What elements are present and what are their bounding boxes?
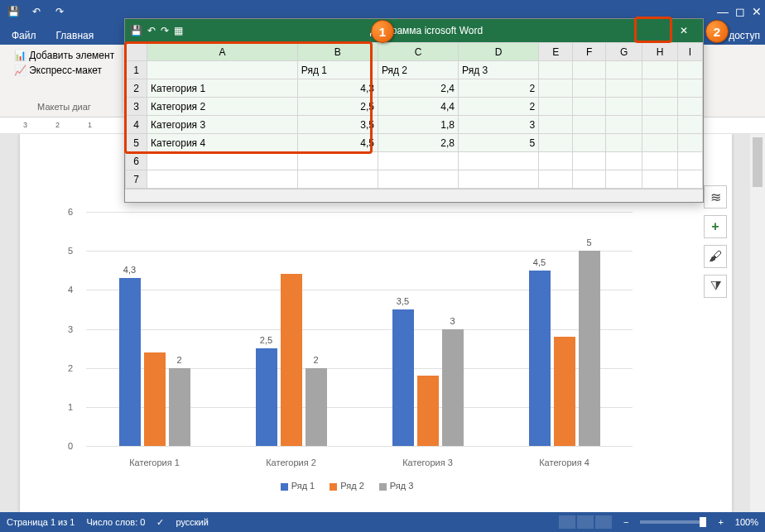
cell[interactable]: Категория 3 bbox=[147, 116, 298, 134]
chart-object[interactable]: Название диаграммы 01234564,322,523,534,… bbox=[53, 187, 641, 496]
cell[interactable] bbox=[147, 61, 298, 79]
excel-horizontal-scrollbar[interactable] bbox=[125, 189, 703, 202]
col-header[interactable]: G bbox=[605, 43, 642, 61]
cell[interactable]: 2,4 bbox=[378, 79, 458, 98]
chart-style-button[interactable]: 🖌 bbox=[704, 245, 727, 268]
excel-undo-icon[interactable]: ↶ bbox=[147, 25, 156, 36]
cell[interactable]: 1,8 bbox=[378, 116, 458, 134]
cell[interactable]: 4,3 bbox=[297, 79, 378, 98]
excel-window-title: Диаграмма icrosoft Word bbox=[183, 25, 670, 36]
col-header[interactable]: A bbox=[147, 43, 298, 61]
chart-bar[interactable]: 2 bbox=[306, 368, 327, 446]
chart-bar[interactable] bbox=[554, 337, 575, 446]
y-tick-label: 6 bbox=[68, 207, 73, 217]
status-word-count[interactable]: Число слов: 0 bbox=[86, 517, 145, 527]
zoom-slider[interactable] bbox=[640, 520, 706, 524]
chart-add-element-button[interactable]: + bbox=[704, 215, 727, 238]
chart-data-editor: 💾 ↶ ↷ ▦ Диаграмма icrosoft Word ✕ ABCDEF… bbox=[124, 18, 704, 203]
view-mode-buttons[interactable] bbox=[559, 515, 612, 529]
chart-bar[interactable]: 2,5 bbox=[256, 348, 277, 446]
cell[interactable]: Ряд 2 bbox=[378, 61, 458, 79]
y-tick-label: 2 bbox=[68, 363, 73, 373]
chart-filter-button[interactable]: ⧩ bbox=[704, 275, 727, 298]
tab-home[interactable]: Главная bbox=[51, 26, 99, 45]
chart-x-labels: Категория 1Категория 2Категория 3Категор… bbox=[86, 458, 633, 467]
col-header[interactable]: B bbox=[297, 43, 378, 61]
y-tick-label: 3 bbox=[68, 324, 73, 334]
chart-bar[interactable]: 4,5 bbox=[529, 271, 551, 446]
cell[interactable]: 3 bbox=[459, 116, 539, 134]
chart-bar[interactable]: 5 bbox=[579, 251, 600, 446]
chart-bar[interactable] bbox=[417, 376, 439, 446]
callout-badge-1: 1 bbox=[371, 20, 394, 43]
cell[interactable]: 2,8 bbox=[378, 134, 458, 152]
chart-bar[interactable]: 4,3 bbox=[119, 278, 141, 446]
x-tick-label: Категория 2 bbox=[223, 458, 359, 467]
status-page[interactable]: Страница 1 из 1 bbox=[7, 517, 75, 527]
window-minimize-icon[interactable]: — bbox=[717, 5, 729, 18]
excel-redo-icon[interactable]: ↷ bbox=[161, 25, 169, 36]
excel-grid[interactable]: ABCDEFGHI1Ряд 1Ряд 2Ряд 32Категория 14,3… bbox=[125, 42, 703, 189]
col-header[interactable]: F bbox=[573, 43, 606, 61]
data-label: 4,3 bbox=[123, 265, 136, 275]
legend-item[interactable]: Ряд 3 bbox=[379, 481, 414, 491]
y-tick-label: 1 bbox=[68, 402, 73, 412]
redo-icon[interactable]: ↷ bbox=[50, 2, 70, 22]
cell[interactable]: Категория 1 bbox=[147, 79, 298, 98]
cell[interactable]: Категория 2 bbox=[147, 98, 298, 116]
status-language[interactable]: русский bbox=[176, 517, 208, 527]
zoom-in-button[interactable]: + bbox=[718, 517, 723, 527]
col-header[interactable]: I bbox=[678, 43, 703, 61]
undo-icon[interactable]: ↶ bbox=[26, 2, 46, 22]
cell[interactable]: Ряд 3 bbox=[459, 61, 539, 79]
cell[interactable]: 5 bbox=[459, 134, 539, 152]
cell[interactable]: 2 bbox=[459, 98, 539, 116]
col-header[interactable]: D bbox=[459, 43, 539, 61]
add-chart-element-button[interactable]: 📊 Добавить элемент bbox=[14, 50, 114, 61]
cell[interactable]: Категория 4 bbox=[147, 134, 298, 152]
legend-item[interactable]: Ряд 2 bbox=[330, 481, 364, 491]
data-label: 2,5 bbox=[260, 335, 272, 345]
express-layout-button[interactable]: 📈 Экспресс-макет bbox=[14, 65, 102, 76]
chart-bar[interactable]: 3,5 bbox=[392, 309, 414, 446]
excel-save-icon[interactable]: 💾 bbox=[130, 25, 142, 36]
chart-bar[interactable]: 3 bbox=[442, 329, 464, 447]
window-close-icon[interactable]: ✕ bbox=[752, 5, 762, 18]
col-header[interactable]: C bbox=[378, 43, 458, 61]
col-header[interactable]: H bbox=[642, 43, 678, 61]
col-header[interactable]: E bbox=[539, 43, 573, 61]
status-spellcheck-icon[interactable]: ✓ bbox=[156, 517, 164, 528]
vertical-scrollbar[interactable] bbox=[750, 134, 765, 512]
x-tick-label: Категория 3 bbox=[359, 458, 496, 467]
zoom-level[interactable]: 100% bbox=[735, 517, 758, 527]
cell[interactable]: 4,5 bbox=[297, 134, 378, 152]
cell[interactable]: 3,5 bbox=[297, 116, 378, 134]
chart-bar[interactable]: 2 bbox=[169, 368, 190, 446]
excel-sheet-icon[interactable]: ▦ bbox=[174, 25, 183, 36]
cell[interactable]: 2,5 bbox=[297, 98, 378, 116]
chart-bar[interactable] bbox=[281, 274, 302, 446]
data-label: 4,5 bbox=[533, 257, 546, 267]
chart-layout-button[interactable]: ≋ bbox=[704, 185, 727, 208]
data-label: 5 bbox=[586, 237, 591, 247]
data-label: 3,5 bbox=[397, 296, 409, 306]
window-maximize-icon[interactable]: ◻ bbox=[735, 5, 745, 18]
y-tick-label: 0 bbox=[68, 441, 73, 451]
cell[interactable]: 4,4 bbox=[378, 98, 458, 116]
share-button[interactable]: доступ bbox=[724, 26, 765, 45]
callout-badge-2: 2 bbox=[705, 20, 729, 43]
chart-plot-area: 01234564,322,523,534,55 bbox=[86, 212, 633, 446]
excel-close-button[interactable]: ✕ bbox=[670, 22, 698, 40]
save-icon[interactable]: 💾 bbox=[3, 2, 23, 22]
chart-float-buttons: ≋ + 🖌 ⧩ bbox=[704, 185, 727, 298]
chart-legend[interactable]: Ряд 1Ряд 2Ряд 3 bbox=[53, 481, 641, 491]
cell[interactable]: Ряд 1 bbox=[297, 61, 378, 79]
legend-item[interactable]: Ряд 1 bbox=[281, 481, 315, 491]
y-tick-label: 5 bbox=[68, 246, 73, 256]
cell[interactable]: 2 bbox=[459, 79, 539, 98]
chart-bar[interactable] bbox=[144, 352, 166, 446]
zoom-out-button[interactable]: − bbox=[623, 517, 628, 527]
y-tick-label: 4 bbox=[68, 285, 73, 295]
tab-file[interactable]: Файл bbox=[7, 26, 41, 45]
data-label: 2 bbox=[313, 355, 318, 365]
